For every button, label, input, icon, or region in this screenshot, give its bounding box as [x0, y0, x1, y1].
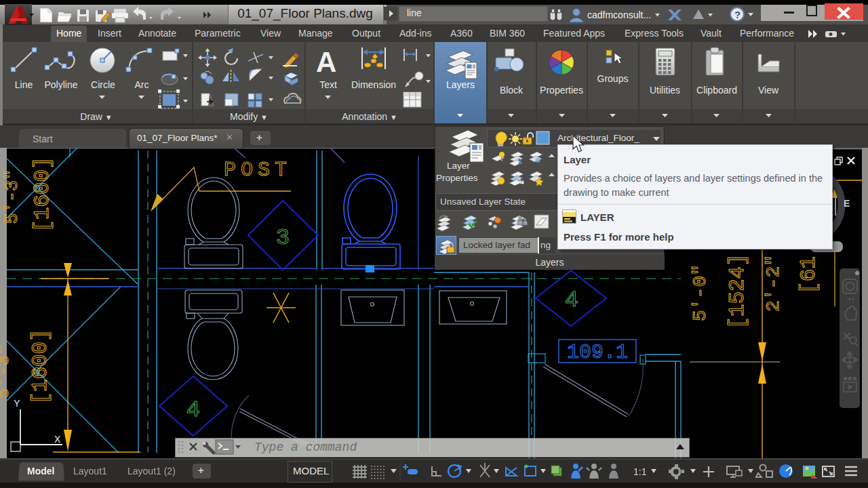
svg-text:5'-3": 5'-3" [2, 169, 22, 224]
svg-text:109.1: 109.1 [567, 341, 628, 364]
svg-text:cadfmconsult...: cadfmconsult... [587, 9, 651, 20]
svg-text:3: 3 [276, 225, 290, 251]
svg-text:POST: POST [224, 159, 292, 182]
svg-text:X: X [54, 434, 61, 445]
svg-text:[1524]: [1524] [726, 253, 749, 329]
svg-text:5'-0": 5'-0" [690, 264, 711, 321]
svg-text:A: A [316, 46, 336, 78]
svg-text:[1600]: [1600] [31, 157, 54, 232]
svg-text:5'-3": 5'-3" [0, 344, 14, 399]
svg-text:4: 4 [565, 287, 578, 313]
svg-text:4: 4 [186, 397, 200, 423]
svg-text:Layer: Layer [447, 161, 470, 171]
svg-text:[1600]: [1600] [28, 329, 52, 405]
svg-text:2'-2": 2'-2" [763, 255, 784, 312]
svg-text:?: ? [734, 9, 741, 20]
svg-text:1:1: 1:1 [633, 466, 647, 477]
svg-text:Y: Y [14, 398, 20, 409]
svg-text:E: E [844, 198, 850, 209]
svg-text:Type a command: Type a command [254, 441, 357, 454]
svg-text:[61: [61 [797, 256, 821, 294]
svg-text:Properties: Properties [436, 173, 478, 183]
